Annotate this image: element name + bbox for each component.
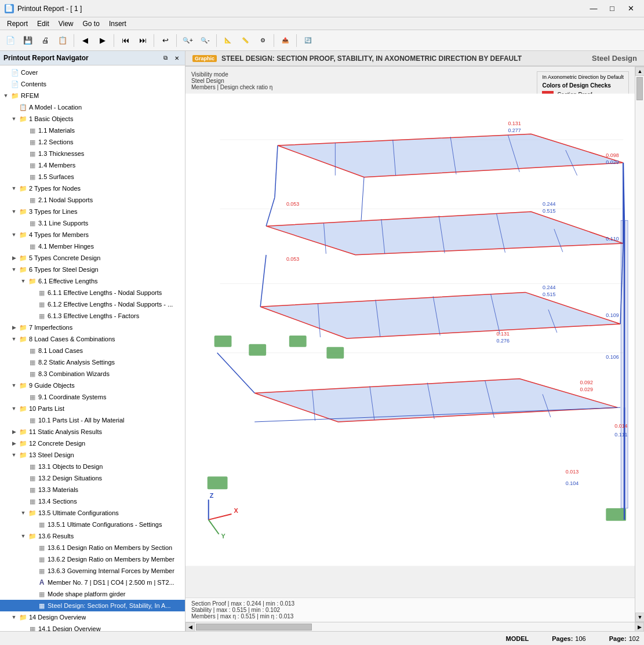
right-scrollbar[interactable]: ▲ ▼ [635, 67, 644, 622]
tree-item-types-nodes[interactable]: ▼ 📁 2 Types for Nodes [0, 183, 185, 194]
tree-item-611[interactable]: ▦ 6.1.1 Effective Lengths - Nodal Suppor… [0, 287, 185, 298]
menu-view[interactable]: View [54, 19, 78, 29]
136-results-icon: 📁 [28, 531, 37, 541]
objects-to-design-icon: ▦ [28, 461, 37, 472]
tree-item-133-materials[interactable]: ▦ 13.3 Materials [0, 484, 185, 495]
tree-item-81-load-cases[interactable]: ▦ 8.1 Load Cases [0, 345, 185, 356]
tree-item-types-steel[interactable]: ▼ 📁 6 Types for Steel Design [0, 264, 185, 275]
tree-item-types-concrete[interactable]: ▶ 📁 5 Types Concrete Design [0, 252, 185, 264]
612-icon: ▦ [37, 299, 46, 309]
design-situations-icon: ▦ [28, 473, 37, 483]
scroll-thumb-right[interactable] [636, 77, 643, 100]
tree-item-nodal-supports[interactable]: ▦ 2.1 Nodal Supports [0, 194, 185, 206]
print-button[interactable]: 🖨 [37, 32, 53, 49]
prev-button[interactable]: ◀ [77, 32, 93, 49]
zoom-in-button[interactable]: 🔍+ [180, 32, 196, 49]
134-sections-label: 13.4 Sections [38, 496, 77, 506]
tree-item-members[interactable]: ▦ 1.4 Members [0, 159, 185, 171]
tree-item-surfaces[interactable]: ▦ 1.5 Surfaces [0, 171, 185, 183]
tree-item-imperfections[interactable]: ▶ 📁 7 Imperfections [0, 322, 185, 333]
new-button[interactable]: 📄 [2, 32, 19, 49]
tree-item-objects-to-design[interactable]: ▦ 13.1 Objects to Design [0, 461, 185, 472]
menu-edit[interactable]: Edit [32, 19, 54, 29]
tree-item-types-lines[interactable]: ▼ 📁 3 Types for Lines [0, 206, 185, 217]
tree-item-guide-objects[interactable]: ▼ 📁 9 Guide Objects [0, 380, 185, 391]
tree-item-rfem[interactable]: ▼ 📁 RFEM [0, 90, 185, 101]
members-icon: ▦ [28, 160, 37, 170]
tree-item-coord-systems[interactable]: ▦ 9.1 Coordinate Systems [0, 391, 185, 403]
last-button[interactable]: ⏭ [134, 32, 151, 49]
tree-item-steel-design-selected[interactable]: ▦ Steel Design: Section Proof, Stability… [0, 600, 185, 611]
tree-item-141[interactable]: ▦ 14.1 Design Overview [0, 623, 185, 631]
tree-item-1362[interactable]: ▦ 13.6.2 Design Ratio on Members by Memb… [0, 553, 185, 565]
tree-item-steel-design[interactable]: ▼ 📁 13 Steel Design [0, 449, 185, 461]
scroll-right-button[interactable]: ▶ [635, 622, 644, 632]
133-materials-icon: ▦ [28, 484, 37, 495]
tree-item-mode-shape[interactable]: ▦ Mode shape platform girder [0, 588, 185, 600]
nodal-supports-label: 2.1 Nodal Supports [38, 195, 93, 205]
tree-item-1361[interactable]: ▦ 13.6.1 Design Ratio on Members by Sect… [0, 542, 185, 553]
tree-item-sections[interactable]: ▦ 1.2 Sections [0, 136, 185, 148]
tree-item-line-supports[interactable]: ▦ 3.1 Line Supports [0, 217, 185, 229]
toggle-imperfections: ▶ [9, 322, 19, 333]
minimize-button[interactable]: — [585, 2, 602, 15]
tree-item-1363[interactable]: ▦ 13.6.3 Governing Internal Forces by Me… [0, 565, 185, 577]
tree-item-static-analysis[interactable]: ▦ 8.2 Static Analysis Settings [0, 356, 185, 368]
tree-item-135-ultimate[interactable]: ▼ 📁 13.5 Ultimate Configurations [0, 507, 185, 519]
settings-button[interactable]: ⚙ [254, 32, 271, 49]
tree-item-basic-objects[interactable]: ▼ 📁 1 Basic Objects [0, 113, 185, 125]
tree-item-concrete-design[interactable]: ▶ 📁 12 Concrete Design [0, 438, 185, 449]
navigator-restore-button[interactable]: ⧉ [161, 53, 170, 63]
tree-item-member-hinges[interactable]: ▦ 4.1 Member Hinges [0, 240, 185, 252]
zoom-out-button[interactable]: 🔍- [197, 32, 213, 49]
model-location-icon: 📋 [19, 102, 28, 112]
horizontal-scrollbar[interactable]: ◀ ▶ [185, 622, 644, 631]
titlebar: 📄 Printout Report - [ 1 ] — □ ✕ [0, 0, 644, 17]
navigator-close-button[interactable]: ✕ [172, 53, 181, 63]
menu-report[interactable]: Report [2, 19, 32, 29]
tree-item-load-cases[interactable]: ▼ 📁 8 Load Cases & Combinations [0, 333, 185, 345]
tree-item-effective-lengths[interactable]: ▼ 📁 6.1 Effective Lengths [0, 275, 185, 287]
tree-item-612[interactable]: ▦ 6.1.2 Effective Lengths - Nodal Suppor… [0, 298, 185, 310]
copy-button[interactable]: 📋 [54, 32, 71, 49]
tree-item-model-location[interactable]: 📋 A Model - Location [0, 101, 185, 113]
tree-item-materials[interactable]: ▦ 1.1 Materials [0, 125, 185, 136]
tree-item-parts-list[interactable]: ▼ 📁 10 Parts List [0, 403, 185, 414]
content-main: Graphic STEEL DESIGN: SECTION PROOF, STA… [185, 51, 644, 631]
concrete-design-icon: 📁 [19, 438, 28, 449]
1361-icon: ▦ [37, 542, 46, 553]
measure-button[interactable]: 📏 [237, 32, 253, 49]
tree-item-136-results[interactable]: ▼ 📁 13.6 Results [0, 530, 185, 542]
tree-item-types-members[interactable]: ▼ 📁 4 Types for Members [0, 229, 185, 240]
menu-insert[interactable]: Insert [104, 19, 131, 29]
fit-button[interactable]: 📐 [220, 32, 236, 49]
export-button[interactable]: 📤 [277, 32, 293, 49]
svg-text:X: X [234, 507, 238, 514]
close-button[interactable]: ✕ [622, 2, 639, 15]
tree-item-contents[interactable]: 📄 Contents [0, 78, 185, 90]
scroll-up-button[interactable]: ▲ [635, 67, 644, 76]
value-v4-right: 0.244 [543, 201, 555, 207]
refresh-button[interactable]: 🔄 [300, 32, 316, 49]
tree-item-cover[interactable]: 📄 Cover [0, 67, 185, 78]
save-button[interactable]: 💾 [20, 32, 36, 49]
next-button[interactable]: ▶ [94, 32, 111, 49]
first-button[interactable]: ⏮ [117, 32, 133, 49]
tree-item-design-situations[interactable]: ▦ 13.2 Design Situations [0, 472, 185, 484]
tree-item-static-results[interactable]: ▶ 📁 11 Static Analysis Results [0, 426, 185, 438]
tree-item-1351[interactable]: ▦ 13.5.1 Ultimate Configurations - Setti… [0, 519, 185, 530]
tree-item-combination-wizards[interactable]: ▦ 8.3 Combination Wizards [0, 368, 185, 380]
tree-item-134-sections[interactable]: ▦ 13.4 Sections [0, 495, 185, 507]
scroll-left-button[interactable]: ◀ [185, 622, 195, 632]
undo-button[interactable]: ↩ [157, 32, 173, 49]
tree-item-member-no7[interactable]: A Member No. 7 | DS1 | CO4 | 2.500 m | S… [0, 577, 185, 588]
scroll-down-button[interactable]: ▼ [635, 613, 644, 622]
hscroll-thumb[interactable] [196, 624, 312, 631]
tree-item-parts-all[interactable]: ▦ 10.1 Parts List - All by Material [0, 414, 185, 426]
tree-item-14-design-overview[interactable]: ▼ 📁 14 Design Overview [0, 611, 185, 623]
tree-item-613[interactable]: ▦ 6.1.3 Effective Lengths - Factors [0, 310, 185, 322]
menu-goto[interactable]: Go to [78, 19, 104, 29]
tree-item-thicknesses[interactable]: ▦ 1.3 Thicknesses [0, 148, 185, 159]
navigator-panel: Printout Report Navigator ⧉ ✕ 📄 Cover 📄 … [0, 51, 185, 631]
maximize-button[interactable]: □ [603, 2, 621, 15]
